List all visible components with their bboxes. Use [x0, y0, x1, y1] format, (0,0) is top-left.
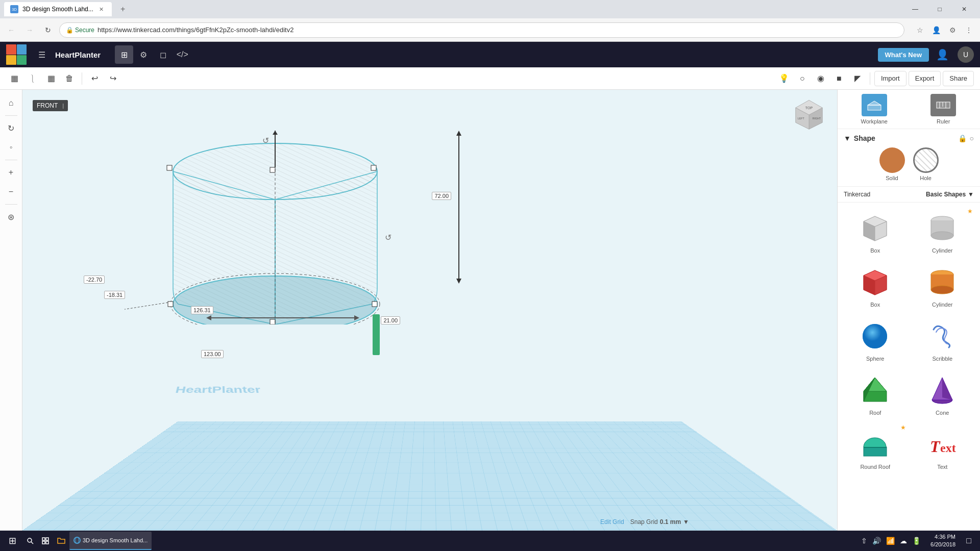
code-view-button[interactable]: </> [173, 45, 191, 64]
shape-item-cylinder-gray[interactable]: ★ Cylinder [911, 207, 974, 257]
snap-grid-label: Snap Grid 0.1 mm ▼ [630, 518, 689, 525]
start-button[interactable]: ⊞ [2, 531, 22, 551]
box-gray-preview [857, 210, 893, 245]
battery-icon[interactable]: 🔋 [911, 537, 922, 545]
shape-item-box-gray[interactable]: Box [844, 207, 907, 257]
close-button[interactable]: ✕ [952, 0, 976, 18]
align-button[interactable]: ■ [831, 70, 847, 87]
tray-icon-1[interactable]: ⇧ [860, 537, 869, 545]
whats-new-button[interactable]: What's New [878, 48, 929, 62]
collapse-panel-button[interactable]: › [837, 300, 838, 320]
workplane-label: HeartPlanter [174, 385, 262, 395]
pan-view-button[interactable]: ◦ [2, 138, 20, 157]
address-bar[interactable]: 🔒 Secure https://www.tinkercad.com/thing… [59, 22, 904, 38]
box-red-label: Box [870, 302, 880, 308]
collapse-icon[interactable]: ▼ [844, 134, 851, 142]
shape-item-text[interactable]: T ext Text [911, 423, 974, 473]
shape-item-scribble[interactable]: Scribble [911, 315, 974, 365]
redo-button[interactable]: ↪ [105, 70, 121, 87]
user-icon[interactable]: 👤 [933, 45, 951, 64]
tray-icon-2[interactable]: 🔊 [871, 537, 883, 545]
ruler-tool[interactable]: Ruler [913, 94, 974, 124]
solid-option[interactable]: Solid [879, 147, 905, 181]
browser-tab[interactable]: 3D 3D design Smooth Lahd... ✕ [4, 2, 112, 16]
fit-view-button[interactable]: ⊛ [2, 208, 20, 226]
snap-dropdown-icon[interactable]: ▼ [683, 518, 689, 525]
app-menu-icon[interactable]: ☰ [33, 45, 51, 64]
back-button[interactable]: ← [4, 23, 18, 37]
shape-item-box-red[interactable]: Box [844, 261, 907, 311]
scribble-label: Scribble [932, 356, 952, 362]
shape-item-cone[interactable]: Cone [911, 369, 974, 419]
zoom-in-button[interactable]: + [2, 163, 20, 182]
svg-rect-60 [864, 447, 887, 448]
import-button[interactable]: Import [874, 71, 906, 86]
zoom-out-button[interactable]: − [2, 183, 20, 201]
camera-button[interactable]: ○ [794, 70, 811, 87]
viewport[interactable]: FRONT | [22, 90, 837, 531]
svg-text:↺: ↺ [262, 136, 269, 145]
svg-point-70 [76, 537, 79, 543]
svg-rect-6 [168, 302, 173, 307]
bookmark-button[interactable]: ☆ [913, 23, 927, 37]
workplane-ruler-group: Workplane Ruler [838, 90, 980, 129]
user-account-button[interactable]: 👤 [929, 23, 943, 37]
svg-line-64 [31, 542, 33, 544]
maximize-button[interactable]: □ [928, 0, 951, 18]
taskbar-clock[interactable]: 4:36 PM 6/20/2018 [926, 533, 960, 549]
search-taskbar-button[interactable] [22, 532, 38, 550]
shape-item-round-roof[interactable]: ★ Round Roof [844, 423, 907, 473]
orbit-view-button[interactable]: ↻ [2, 119, 20, 137]
notification-button[interactable]: □ [960, 532, 978, 550]
svg-text:↺: ↺ [385, 233, 391, 242]
browser-menu-button[interactable]: ⋮ [962, 23, 976, 37]
delete-tool-button[interactable]: 🗑 [61, 70, 78, 87]
category-dropdown[interactable]: Basic Shapes ▼ [926, 191, 974, 198]
ruler-icon [930, 94, 956, 116]
shape-group[interactable]: ↺ ↺ 123.00 72.00 [125, 131, 431, 365]
task-view-button[interactable] [38, 532, 53, 550]
library-name-label[interactable]: Tinkercad [844, 191, 870, 198]
shape-item-roof[interactable]: Roof [844, 369, 907, 419]
copy-tool-button[interactable]: ⎱ [24, 70, 41, 87]
browser-taskbar-button[interactable]: 3D design Smooth Lahd... [69, 532, 152, 550]
refresh-button[interactable]: ↻ [41, 23, 55, 37]
file-explorer-button[interactable] [53, 532, 69, 550]
cylinder-gray-preview [924, 210, 960, 245]
grid-view-button[interactable]: ⊞ [115, 45, 133, 64]
shape-item-sphere[interactable]: Sphere [844, 315, 907, 365]
mirror-button[interactable]: ◤ [849, 70, 866, 87]
light-button[interactable]: 💡 [776, 70, 792, 87]
forward-button[interactable]: → [22, 23, 37, 37]
info-icon[interactable]: ○ [970, 134, 974, 142]
hole-option[interactable]: Hole [913, 147, 939, 181]
blocks-view-button[interactable]: ◻ [154, 45, 172, 64]
svg-rect-57 [864, 447, 887, 456]
duplicate-tool-button[interactable]: ▦ [43, 70, 59, 87]
export-button[interactable]: Export [909, 71, 941, 86]
wifi-icon[interactable]: ☁ [898, 537, 909, 545]
share-button[interactable]: Share [943, 71, 974, 86]
secondary-toolbar: ▦ ⎱ ▦ 🗑 ↩ ↪ 💡 ○ ◉ ■ ◤ Import Export Shar… [0, 67, 980, 90]
nav-cube[interactable]: TOP RIGHT LEFT [791, 98, 827, 134]
extensions-button[interactable]: ⚙ [945, 23, 960, 37]
tray-icon-3[interactable]: 📶 [885, 537, 896, 545]
circuit-view-button[interactable]: ⚙ [134, 45, 153, 64]
lock-icon[interactable]: 🔒 [958, 134, 967, 142]
select-tool-button[interactable]: ▦ [6, 70, 22, 87]
home-view-button[interactable]: ⌂ [2, 94, 20, 112]
workplane-tool[interactable]: Workplane [844, 94, 905, 124]
svg-text:RIGHT: RIGHT [813, 117, 821, 120]
new-tab-button[interactable]: + [116, 2, 130, 16]
main-content: ⌂ ↻ ◦ + − ⊛ FRONT | [0, 90, 980, 531]
undo-button[interactable]: ↩ [86, 70, 103, 87]
minimize-button[interactable]: — [903, 0, 927, 18]
view-button[interactable]: ◉ [813, 70, 829, 87]
user-avatar[interactable]: U [958, 46, 974, 63]
logo-cell-blue [17, 44, 27, 55]
shape-item-cylinder-orange[interactable]: Cylinder [911, 261, 974, 311]
edit-grid-button[interactable]: Edit Grid [600, 518, 624, 525]
tab-close-button[interactable]: ✕ [97, 5, 106, 13]
svg-point-37 [931, 232, 953, 240]
hamburger-menu-icon[interactable]: ☰ [33, 45, 51, 64]
